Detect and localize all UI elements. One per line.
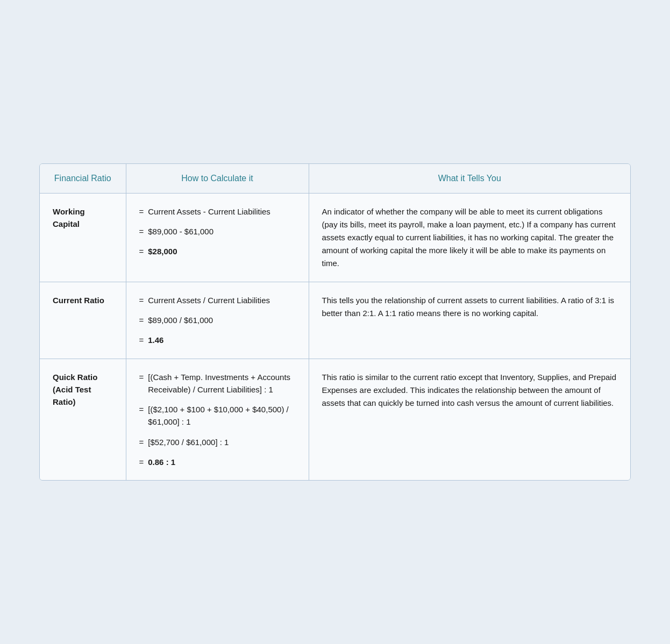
equals-sign: =: [139, 436, 144, 448]
equals-sign: =: [139, 371, 144, 383]
calc-line: = $28,000: [139, 245, 296, 257]
equals-sign: =: [139, 225, 144, 238]
header-what-it-tells-you: What it Tells You: [309, 164, 630, 194]
ratio-name-cell: Working Capital: [40, 193, 126, 282]
equals-sign: =: [139, 456, 144, 468]
equals-sign: =: [139, 334, 144, 346]
equals-sign: =: [139, 403, 144, 416]
calc-line: = 0.86 : 1: [139, 456, 296, 468]
equals-sign: =: [139, 245, 144, 257]
equals-sign: =: [139, 205, 144, 218]
header-financial-ratio: Financial Ratio: [40, 164, 126, 194]
ratio-name-cell: Quick Ratio (Acid Test Ratio): [40, 359, 126, 480]
table-row: Working Capital= Current Assets - Curren…: [40, 193, 630, 282]
calculation-cell: = Current Assets - Current Liabilities= …: [126, 193, 309, 282]
calc-text: 1.46: [148, 334, 163, 346]
equals-sign: =: [139, 294, 144, 306]
calc-line: = $89,000 / $61,000: [139, 314, 296, 326]
calc-text: $28,000: [148, 245, 177, 257]
calc-line: = $89,000 - $61,000: [139, 225, 296, 238]
header-how-to-calculate: How to Calculate it: [126, 164, 309, 194]
calc-text: Current Assets - Current Liabilities: [148, 205, 270, 218]
calc-text: 0.86 : 1: [148, 456, 175, 468]
calc-text: Current Assets / Current Liabilities: [148, 294, 270, 306]
calc-text: [(Cash + Temp. Investments + Accounts Re…: [148, 371, 295, 396]
calc-text: [$52,700 / $61,000] : 1: [148, 436, 229, 448]
calc-line: = 1.46: [139, 334, 296, 346]
table-row: Current Ratio= Current Assets / Current …: [40, 282, 630, 359]
calc-text: [($2,100 + $100 + $10,000 + $40,500) / $…: [148, 403, 295, 428]
calc-text: $89,000 / $61,000: [148, 314, 213, 326]
calc-line: = Current Assets - Current Liabilities: [139, 205, 296, 218]
calc-line: = [($2,100 + $100 + $10,000 + $40,500) /…: [139, 403, 296, 428]
calculation-cell: = Current Assets / Current Liabilities= …: [126, 282, 309, 359]
calc-line: = [$52,700 / $61,000] : 1: [139, 436, 296, 448]
calc-line: = Current Assets / Current Liabilities: [139, 294, 296, 306]
calculation-cell: = [(Cash + Temp. Investments + Accounts …: [126, 359, 309, 480]
financial-ratios-table: Financial Ratio How to Calculate it What…: [39, 163, 631, 481]
description-cell: This ratio is similar to the current rat…: [309, 359, 630, 480]
equals-sign: =: [139, 314, 144, 326]
description-cell: This tells you the relationship of curre…: [309, 282, 630, 359]
description-cell: An indicator of whether the company will…: [309, 193, 630, 282]
table-row: Quick Ratio (Acid Test Ratio)= [(Cash + …: [40, 359, 630, 480]
calc-text: $89,000 - $61,000: [148, 225, 213, 238]
calc-line: = [(Cash + Temp. Investments + Accounts …: [139, 371, 296, 396]
ratio-name-cell: Current Ratio: [40, 282, 126, 359]
